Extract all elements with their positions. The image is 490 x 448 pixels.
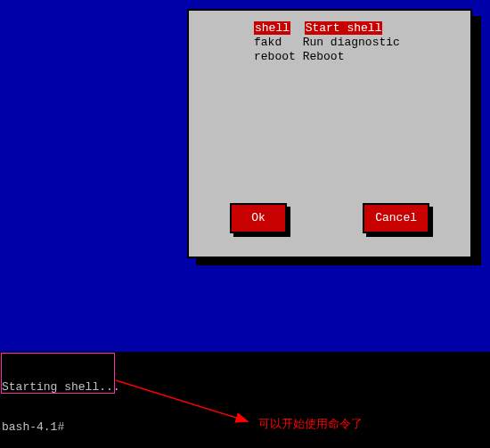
terminal-line: Starting shell...: [2, 380, 488, 394]
terminal-line: bash-4.1#: [2, 420, 488, 434]
boot-menu-dialog: shell Start shell fakd Run diagnostic re…: [187, 9, 472, 258]
terminal[interactable]: Starting shell... bash-4.1# bash-4.1# ba…: [0, 352, 490, 448]
ok-button[interactable]: Ok: [230, 203, 287, 233]
menu-item-shell[interactable]: shell Start shell: [254, 21, 463, 36]
dialog-buttons: Ok Cancel: [196, 185, 463, 233]
boot-menu-list: shell Start shell fakd Run diagnostic re…: [196, 16, 463, 185]
cancel-button[interactable]: Cancel: [363, 203, 429, 233]
ok-button-wrap: Ok: [230, 203, 287, 233]
annotation-text: 可以开始使用命令了: [258, 416, 363, 432]
cancel-button-wrap: Cancel: [363, 203, 429, 233]
menu-item-desc: Start shell: [305, 21, 383, 35]
screen: shell Start shell fakd Run diagnostic re…: [0, 0, 490, 448]
menu-item-reboot[interactable]: reboot Reboot: [254, 50, 463, 64]
menu-item-id: fakd: [254, 36, 282, 49]
menu-item-fakd[interactable]: fakd Run diagnostic: [254, 36, 463, 50]
menu-item-desc: Reboot: [303, 50, 345, 63]
menu-item-desc: Run diagnostic: [303, 36, 400, 49]
menu-item-id: reboot: [254, 50, 296, 63]
menu-item-id: shell: [254, 21, 290, 35]
